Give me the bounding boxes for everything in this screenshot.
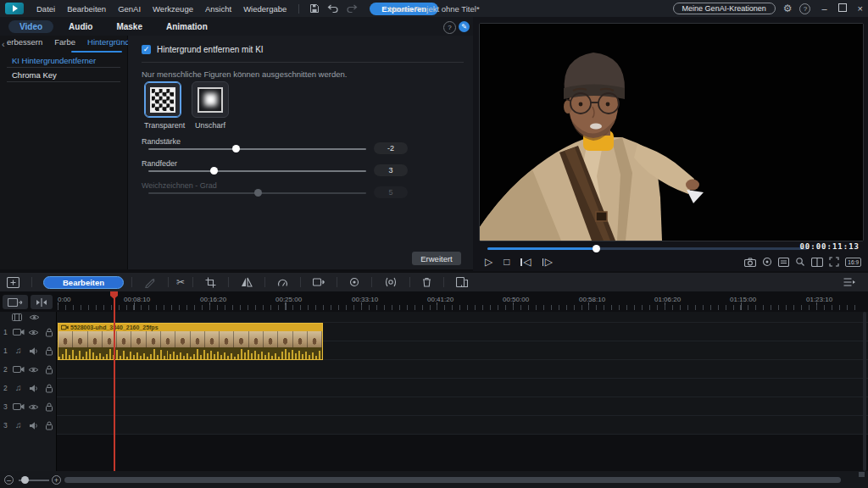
transition-icon[interactable] <box>456 277 468 287</box>
lock-icon[interactable] <box>42 364 57 374</box>
lock-icon[interactable] <box>42 346 57 356</box>
zoom-in-icon[interactable]: + <box>52 475 61 485</box>
preview-quality-icon[interactable] <box>762 257 772 267</box>
snap-button[interactable] <box>31 295 53 309</box>
media-room-icon[interactable] <box>7 277 19 288</box>
eye-icon[interactable] <box>25 313 42 321</box>
speaker-icon[interactable] <box>26 384 42 393</box>
next-frame-button[interactable]: ▷ <box>542 257 553 267</box>
menu-genai[interactable]: GenAI <box>118 4 141 14</box>
ruler-minor-ticks[interactable] <box>58 305 860 310</box>
design-pen-icon <box>144 277 156 288</box>
playhead-line[interactable] <box>114 291 115 471</box>
seek-bar[interactable] <box>487 247 807 250</box>
lock-icon[interactable] <box>42 383 57 393</box>
fullscreen-icon[interactable] <box>829 257 839 267</box>
slider-randfeder[interactable] <box>148 167 366 175</box>
eye-icon[interactable] <box>26 403 42 411</box>
menu-werkzeuge[interactable]: Werkzeuge <box>153 4 193 14</box>
dual-preview-icon[interactable] <box>811 258 823 267</box>
slider-thumb[interactable] <box>232 145 240 152</box>
genai-creations-button[interactable]: Meine GenAI-Kreationen <box>673 3 776 14</box>
sidebar-item-chroma-key[interactable]: Chroma Key <box>12 70 57 80</box>
app-window: Datei Bearbeiten GenAI Werkzeuge Ansicht… <box>0 0 868 488</box>
edit-button[interactable]: Bearbeiten <box>43 276 124 289</box>
menu-bearbeiten[interactable]: Bearbeiten <box>67 4 106 14</box>
zoom-tool-icon[interactable] <box>795 257 805 267</box>
mode-transparent-card[interactable] <box>144 81 181 118</box>
track-header-audio-3: 3 ♫ <box>0 416 57 435</box>
lock-icon[interactable] <box>42 327 57 337</box>
track-manager-icon[interactable] <box>843 277 855 287</box>
zoom-out-icon[interactable]: – <box>4 475 14 485</box>
vertical-scrollbar[interactable] <box>863 312 866 471</box>
flip-icon[interactable] <box>241 277 253 287</box>
subtab-hintergruende[interactable]: Hintergründe <box>87 37 134 47</box>
mode-unscharf-card[interactable] <box>192 81 229 118</box>
previous-frame-button[interactable]: ◁ <box>520 257 531 267</box>
tab-maske[interactable]: Maske <box>116 22 142 31</box>
track-lane-a3[interactable] <box>57 416 868 435</box>
redo-icon[interactable] <box>345 4 359 14</box>
settings-gear-icon[interactable]: ⚙ <box>783 3 793 14</box>
track-lane-a2[interactable] <box>57 379 868 397</box>
project-title: Neues Projekt ohne Titel* <box>388 4 479 14</box>
display-options-icon[interactable] <box>778 258 789 267</box>
split-scissors-icon[interactable]: ✂ <box>176 276 185 288</box>
filmstrip-icon[interactable] <box>8 313 25 321</box>
speed-gauge-icon[interactable] <box>277 277 288 287</box>
audio-track-icon: ♫ <box>11 421 26 430</box>
produce-clip-icon[interactable] <box>313 277 325 287</box>
menu-datei[interactable]: Datei <box>36 4 55 14</box>
horizontal-scrollbar[interactable] <box>64 477 841 483</box>
sidebar-item-ki-hintergrundentferner[interactable]: KI Hintergrundentferner <box>12 56 96 65</box>
track-lane-v2[interactable] <box>57 360 868 379</box>
save-icon[interactable] <box>308 3 321 14</box>
tab-audio[interactable]: Audio <box>69 22 92 31</box>
slider-thumb[interactable] <box>210 167 218 175</box>
delete-trash-icon[interactable] <box>422 277 431 287</box>
eye-icon[interactable] <box>26 329 42 336</box>
undo-icon[interactable] <box>326 4 340 14</box>
help-icon[interactable]: ? <box>799 3 810 14</box>
menu-wiedergabe[interactable]: Wiedergabe <box>243 4 287 14</box>
crop-rotate-icon[interactable] <box>205 277 216 288</box>
close-button[interactable]: × <box>858 4 863 14</box>
keyframe-icon[interactable] <box>349 277 359 287</box>
subtab-farbe[interactable]: Farbe <box>54 37 75 47</box>
track-number: 3 <box>0 402 11 411</box>
motion-tracker-icon[interactable] <box>384 277 398 287</box>
menu-ansicht[interactable]: Ansicht <box>205 4 231 14</box>
timeline-view-button[interactable] <box>3 295 28 309</box>
preview-person-graphic <box>480 24 863 241</box>
tab-video[interactable]: Video <box>8 20 53 33</box>
speaker-icon[interactable] <box>26 347 42 356</box>
panel-help-icon[interactable]: ? <box>443 21 456 34</box>
tab-animation[interactable]: Animation <box>166 22 208 31</box>
track-lane-v3[interactable] <box>57 397 868 416</box>
maximize-button[interactable] <box>838 3 847 14</box>
enable-checkbox[interactable]: ✓ <box>142 45 151 54</box>
timeline-clip[interactable]: 5528003-uhd_3840_2160_25fps <box>58 323 323 360</box>
advanced-button[interactable]: Erweitert <box>412 252 461 265</box>
video-preview[interactable] <box>479 23 864 241</box>
seek-thumb[interactable] <box>593 245 600 252</box>
snapshot-camera-icon[interactable] <box>744 258 756 267</box>
lock-icon[interactable] <box>42 402 57 412</box>
chevron-left-icon[interactable]: ‹ <box>2 39 5 49</box>
timeline-zoom-thumb[interactable] <box>21 476 29 484</box>
mode-transparent-label: Transparent <box>144 121 181 130</box>
aspect-ratio-badge[interactable]: 16:9 <box>845 258 861 267</box>
video-track-icon <box>11 328 26 336</box>
slider-randstaerke[interactable] <box>148 145 366 153</box>
stop-button[interactable]: □ <box>504 257 509 267</box>
preview-panel: 00:00:11:13 ▷ □ ◁ ▷ 16:9 <box>473 17 868 271</box>
speaker-icon[interactable] <box>26 421 42 430</box>
track-lane[interactable] <box>57 312 868 323</box>
panel-edit-icon[interactable]: ✎ <box>459 21 470 32</box>
subtab-verbessern[interactable]: erbessern <box>7 37 42 47</box>
play-button[interactable]: ▷ <box>485 257 492 267</box>
lock-icon[interactable] <box>42 420 57 430</box>
minimize-button[interactable]: – <box>821 4 826 14</box>
eye-icon[interactable] <box>26 366 42 374</box>
